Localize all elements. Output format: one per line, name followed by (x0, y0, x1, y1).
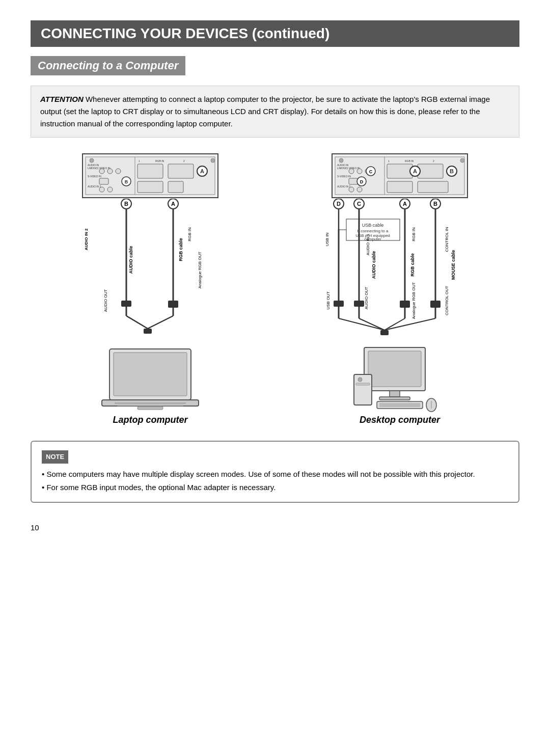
svg-text:C: C (369, 169, 373, 174)
svg-text:Analogue RGB OUT: Analogue RGB OUT (198, 252, 202, 289)
desktop-diagram: AUDIO IN L/MONO) VIDEO IN S-VIDEO IN AUD… (280, 153, 519, 425)
note-item-1: • Some computers may have multiple displ… (42, 468, 508, 481)
svg-line-126 (384, 318, 435, 330)
laptop-label: Laptop computer (113, 415, 188, 425)
desktop-drawing (349, 346, 451, 413)
svg-rect-50 (115, 402, 186, 404)
svg-text:AUDIO IN 2: AUDIO IN 2 (88, 185, 101, 188)
svg-text:B: B (124, 201, 128, 207)
svg-point-4 (211, 158, 215, 163)
svg-text:RGB IN: RGB IN (411, 227, 416, 241)
svg-rect-78 (387, 181, 413, 193)
attention-label: ATTENTION (40, 95, 84, 103)
page-title: CONNECTING YOUR DEVICES (continued) (41, 25, 329, 41)
laptop-diagram: AUDIO IN L/MONO) VIDEO IN S-VIDEO IN AUD… (31, 153, 270, 425)
desktop-label: Desktop computer (360, 415, 440, 425)
svg-text:D: D (337, 201, 341, 207)
svg-rect-130 (390, 391, 400, 397)
note-item-2: • For some RGB input modes, the optional… (42, 481, 508, 494)
svg-point-61 (357, 169, 362, 174)
svg-text:RGB IN: RGB IN (155, 159, 164, 163)
svg-rect-11 (99, 178, 108, 184)
svg-text:RGB cable: RGB cable (410, 253, 415, 277)
svg-text:CONTROL OUT: CONTROL OUT (445, 286, 449, 315)
svg-rect-118 (430, 301, 441, 308)
svg-text:L/MONO) VIDEO IN: L/MONO) VIDEO IN (88, 167, 111, 170)
svg-text:CONTROL IN: CONTROL IN (445, 227, 449, 252)
svg-rect-112 (400, 301, 410, 308)
svg-text:S-VIDEO IN: S-VIDEO IN (88, 175, 101, 178)
svg-text:AUDIO IN 1: AUDIO IN 1 (366, 233, 370, 255)
svg-text:A: A (403, 201, 407, 207)
laptop-connection-svg: B A AUDIO IN 2 AUDIO cable RGB cable RGB… (81, 199, 219, 346)
svg-text:C: C (357, 201, 361, 207)
attention-text: Whenever attempting to connect a laptop … (40, 95, 490, 128)
svg-text:AUDIO IN 2: AUDIO IN 2 (337, 185, 351, 188)
note-list: • Some computers may have multiple displ… (42, 468, 508, 494)
svg-rect-71 (387, 164, 413, 178)
svg-text:If connecting to a: If connecting to a (358, 229, 389, 233)
svg-text:L/MONO) VIDEO IN: L/MONO) VIDEO IN (337, 167, 360, 170)
svg-rect-37 (168, 301, 178, 308)
svg-rect-72 (418, 164, 443, 178)
svg-rect-19 (168, 164, 194, 178)
svg-line-125 (384, 318, 405, 330)
svg-text:AUDIO IN 2: AUDIO IN 2 (84, 228, 89, 250)
svg-text:1: 1 (139, 159, 140, 163)
svg-rect-127 (380, 330, 389, 335)
attention-box: ATTENTION Whenever attempting to connect… (31, 86, 519, 138)
svg-text:S-VIDEO IN: S-VIDEO IN (337, 175, 351, 178)
svg-text:RGB IN: RGB IN (187, 227, 192, 241)
svg-text:MOUSE cable: MOUSE cable (451, 250, 456, 280)
svg-rect-46 (144, 329, 152, 334)
svg-text:D: D (360, 179, 364, 184)
svg-text:USB OUT: USB OUT (326, 291, 331, 310)
svg-text:2: 2 (433, 159, 434, 163)
svg-rect-102 (334, 301, 344, 307)
svg-point-60 (349, 169, 354, 174)
svg-text:2: 2 (183, 159, 185, 163)
svg-rect-34 (121, 301, 131, 307)
svg-text:AUDIO cable: AUDIO cable (371, 251, 376, 279)
svg-rect-129 (368, 351, 421, 387)
svg-rect-134 (356, 383, 370, 385)
svg-rect-23 (138, 181, 163, 193)
svg-text:1: 1 (388, 159, 390, 163)
svg-point-8 (107, 169, 113, 174)
svg-text:B: B (433, 201, 437, 207)
svg-text:Analogue RGB OUT: Analogue RGB OUT (411, 282, 416, 319)
svg-text:USB IN: USB IN (325, 232, 329, 246)
svg-text:B: B (450, 168, 454, 174)
note-box: NOTE • Some computers may have multiple … (31, 441, 519, 503)
svg-line-44 (126, 316, 148, 329)
svg-point-67 (357, 187, 362, 192)
svg-rect-136 (379, 403, 420, 407)
svg-rect-131 (379, 397, 410, 400)
svg-point-9 (116, 169, 121, 174)
svg-text:AUDIO cable: AUDIO cable (128, 246, 133, 274)
svg-text:B: B (125, 179, 128, 184)
svg-text:AUDIO OUT: AUDIO OUT (364, 287, 369, 310)
svg-point-57 (460, 158, 464, 163)
svg-text:RGB IN: RGB IN (405, 159, 414, 163)
svg-rect-18 (138, 164, 163, 178)
page-number: 10 (31, 523, 519, 532)
svg-text:A: A (200, 168, 204, 174)
svg-rect-25 (168, 181, 183, 193)
svg-text:A: A (413, 168, 417, 174)
svg-point-7 (99, 169, 104, 174)
svg-line-123 (339, 318, 384, 330)
page-header: CONNECTING YOUR DEVICES (continued) (31, 20, 519, 47)
svg-rect-106 (354, 301, 364, 307)
svg-text:RGB cable: RGB cable (178, 238, 183, 261)
svg-point-56 (339, 158, 343, 163)
svg-point-14 (107, 187, 113, 192)
svg-point-133 (358, 377, 362, 382)
svg-rect-51 (117, 405, 183, 406)
svg-text:AUDIO OUT: AUDIO OUT (103, 289, 108, 312)
laptop-drawing (99, 346, 201, 413)
svg-rect-80 (418, 181, 448, 193)
svg-rect-48 (114, 353, 187, 396)
note-label: NOTE (42, 450, 68, 464)
desktop-connection-svg: D C A B USB cable If connecting to a USB… (318, 199, 481, 346)
